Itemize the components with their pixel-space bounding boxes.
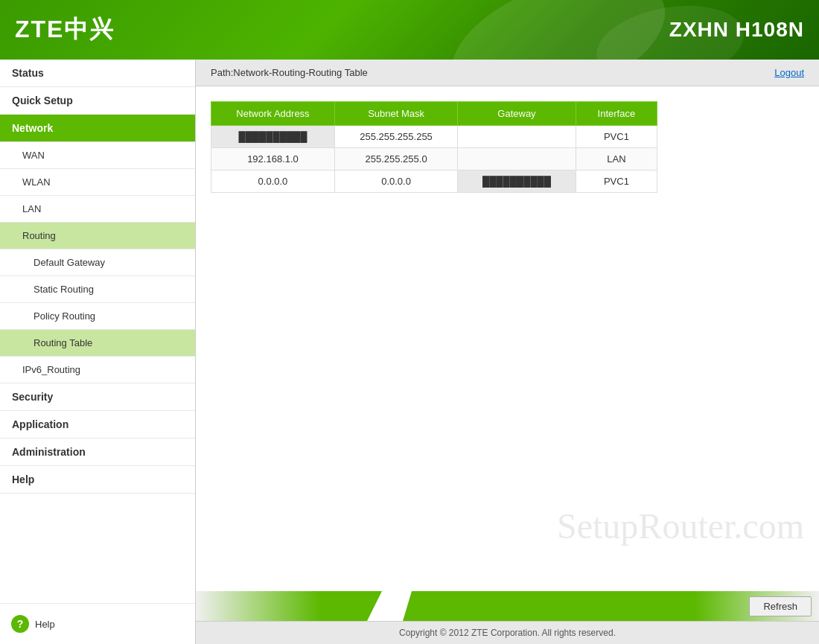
copyright: Copyright © 2012 ZTE Corporation. All ri…: [196, 621, 819, 644]
footer-bar: Refresh: [196, 591, 819, 621]
content-area: Path:Network-Routing-Routing Table Logou…: [196, 60, 819, 644]
main-layout: Status Quick Setup Network WAN WLAN LAN …: [0, 60, 819, 644]
sidebar-help-label: Help: [35, 619, 55, 630]
cell-interface-1: PVC1: [576, 126, 657, 148]
sidebar-item-default-gateway[interactable]: Default Gateway: [0, 249, 195, 276]
sidebar-item-administration[interactable]: Administration: [0, 439, 195, 466]
sidebar-help[interactable]: ? Help: [0, 603, 195, 644]
page-content: Network Address Subnet Mask Gateway Inte…: [196, 86, 819, 591]
logout-link[interactable]: Logout: [774, 67, 804, 78]
sidebar-item-ipv6-routing[interactable]: IPv6_Routing: [0, 357, 195, 383]
table-row: 192.168.1.0 255.255.255.0 LAN: [211, 148, 657, 170]
sidebar-item-application[interactable]: Application: [0, 411, 195, 439]
sidebar: Status Quick Setup Network WAN WLAN LAN …: [0, 60, 196, 644]
sidebar-item-wan[interactable]: WAN: [0, 142, 195, 169]
sidebar-item-static-routing[interactable]: Static Routing: [0, 276, 195, 303]
cell-subnet-2: 255.255.255.0: [334, 148, 457, 170]
col-gateway: Gateway: [458, 102, 576, 126]
table-row: 0.0.0.0 0.0.0.0 ██████████ PVC1: [211, 170, 657, 193]
cell-subnet-1: 255.255.255.255: [334, 126, 457, 148]
logo: ZTE中兴: [15, 13, 115, 46]
col-network-address: Network Address: [211, 102, 335, 126]
cell-gateway-3: ██████████: [458, 170, 576, 193]
breadcrumb-text: Path:Network-Routing-Routing Table: [211, 67, 368, 78]
sidebar-item-routing-table[interactable]: Routing Table: [0, 330, 195, 357]
help-icon: ?: [11, 615, 29, 633]
sidebar-item-lan[interactable]: LAN: [0, 196, 195, 223]
sidebar-item-help[interactable]: Help: [0, 466, 195, 494]
cell-gateway-2: [458, 148, 576, 170]
sidebar-item-quick-setup[interactable]: Quick Setup: [0, 87, 195, 115]
sidebar-item-status[interactable]: Status: [0, 60, 195, 87]
breadcrumb: Path:Network-Routing-Routing Table Logou…: [196, 60, 819, 86]
watermark: SetupRouter.com: [557, 506, 804, 546]
table-row: ██████████ 255.255.255.255 PVC1: [211, 126, 657, 148]
sidebar-item-wlan[interactable]: WLAN: [0, 169, 195, 196]
cell-subnet-3: 0.0.0.0: [334, 170, 457, 193]
cell-interface-3: PVC1: [576, 170, 657, 193]
cell-network-1: ██████████: [211, 126, 335, 148]
cell-network-2: 192.168.1.0: [211, 148, 335, 170]
routing-table: Network Address Subnet Mask Gateway Inte…: [211, 101, 657, 193]
cell-network-3: 0.0.0.0: [211, 170, 335, 193]
col-interface: Interface: [576, 102, 657, 126]
logo-text: ZTE中兴: [15, 13, 115, 46]
sidebar-item-routing[interactable]: Routing: [0, 223, 195, 249]
sidebar-nav: Status Quick Setup Network WAN WLAN LAN …: [0, 60, 195, 603]
refresh-button[interactable]: Refresh: [749, 596, 812, 616]
header: ZTE中兴 ZXHN H108N: [0, 0, 819, 60]
cell-interface-2: LAN: [576, 148, 657, 170]
table-header-row: Network Address Subnet Mask Gateway Inte…: [211, 102, 657, 126]
cell-gateway-1: [458, 126, 576, 148]
col-subnet-mask: Subnet Mask: [334, 102, 457, 126]
sidebar-item-security[interactable]: Security: [0, 383, 195, 411]
sidebar-item-policy-routing[interactable]: Policy Routing: [0, 303, 195, 330]
product-name: ZXHN H108N: [669, 18, 804, 42]
sidebar-item-network[interactable]: Network: [0, 115, 195, 142]
